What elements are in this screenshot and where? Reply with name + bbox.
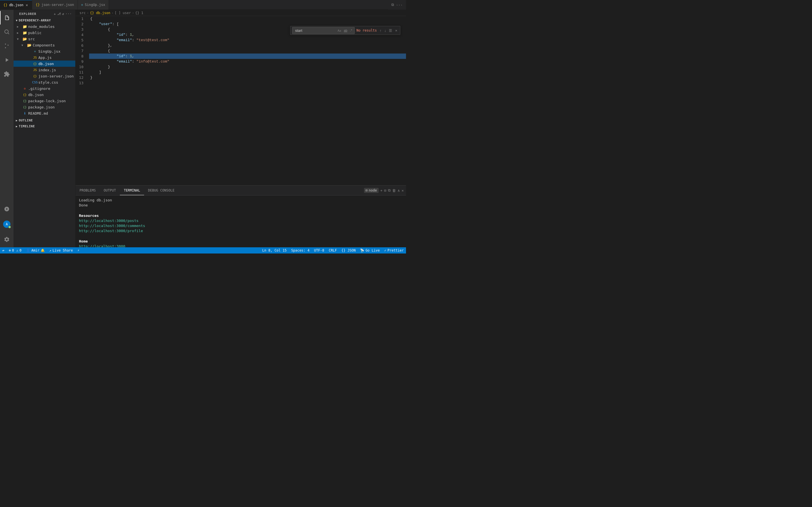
find-input[interactable] (294, 28, 336, 33)
breadcrumb-db-json[interactable]: {} db.json (90, 11, 110, 15)
more-actions-icon[interactable]: ··· (396, 3, 403, 7)
status-spaces[interactable]: Spaces: 4 (289, 247, 312, 253)
terminal-trash-icon[interactable]: 🗑 (392, 188, 396, 193)
breadcrumb-user[interactable]: [ ] user (114, 11, 131, 15)
activity-explorer[interactable] (0, 11, 13, 24)
activity-account[interactable]: A (0, 217, 13, 231)
find-next-btn[interactable]: ↓ (383, 28, 388, 33)
section-dependency-array[interactable]: ▼ DEPENDENCY-ARRAY (13, 17, 75, 23)
terminal-line-home: Home (79, 239, 403, 244)
tree-item-db-json[interactable]: {} db.json (13, 61, 75, 67)
status-golive[interactable]: 📡 Go Live (358, 247, 382, 253)
activity-extensions[interactable] (0, 67, 13, 81)
panel-tab-problems[interactable]: PROBLEMS (75, 186, 100, 195)
tree-item-index-js[interactable]: JS index.js (13, 67, 75, 73)
item-label: db.json (28, 93, 44, 97)
find-toggle-btn[interactable]: ☰ (388, 28, 393, 33)
tab-label: PROBLEMS (80, 188, 96, 192)
panel-tab-terminal[interactable]: TERMINAL (120, 186, 144, 195)
section-label: DEPENDENCY-ARRAY (19, 18, 51, 22)
refresh-icon[interactable]: ↺ (62, 12, 64, 16)
tree-item-app-js[interactable]: JS App.js (13, 54, 75, 61)
activity-source-control[interactable] (0, 39, 13, 53)
status-eol[interactable]: CRLF (326, 247, 339, 253)
tab-close-db-json[interactable]: × (25, 2, 29, 8)
find-widget: Aa ab .* No results ↑ ↓ ☰ × (290, 26, 400, 35)
terminal-split-icon[interactable]: ⧉ (388, 188, 391, 193)
tree-item-readme[interactable]: ℹ README.md (13, 110, 75, 116)
panel-tab-debug-console[interactable]: DEBUG CONSOLE (144, 186, 179, 195)
status-user[interactable]: 👤 Amir 🔔 (24, 247, 47, 253)
panel-close-btn[interactable]: × (402, 188, 404, 193)
tree-item-package-lock[interactable]: {} package-lock.json (13, 98, 75, 104)
tree-item-node-modules[interactable]: ▶ 📁 node_modules (13, 23, 75, 30)
terminal-node-icon: ⊡ (366, 188, 368, 192)
activity-run[interactable] (0, 53, 13, 67)
add-terminal-btn[interactable]: + (380, 188, 383, 193)
tab-singup-jsx[interactable]: ⚛ SingUp.jsx (78, 0, 109, 10)
sidebar-title-actions[interactable]: + ⎇ ↺ ··· (54, 12, 72, 16)
tree-item-package-json[interactable]: {} package.json (13, 104, 75, 110)
encoding-label: UTF-8 (314, 248, 324, 252)
activity-remote[interactable] (0, 202, 13, 216)
tab-label: db.json (9, 3, 23, 7)
tree-item-style-css[interactable]: CSS style.css (13, 79, 75, 86)
status-liveshare[interactable]: ↗ Live Share (47, 247, 75, 253)
activity-search[interactable] (0, 25, 13, 39)
status-position[interactable]: Ln 8, Col 15 (260, 247, 289, 253)
tab-json-server[interactable]: {} json-server.json (32, 0, 78, 10)
breadcrumb-1[interactable]: {} 1 (135, 11, 143, 15)
status-encoding[interactable]: UTF-8 (312, 247, 326, 253)
arrow-icon: ▶ (17, 31, 21, 34)
terminal-line-blank1 (79, 208, 403, 213)
spaces-label: Spaces: 4 (291, 248, 310, 252)
panel-tab-output[interactable]: OUTPUT (100, 186, 120, 195)
tree-item-components[interactable]: ▼ 📂 Components (13, 42, 75, 48)
activity-settings[interactable] (0, 233, 13, 246)
tree-item-gitignore[interactable]: ⊙ .gitignore (13, 86, 75, 92)
match-word-btn[interactable]: ab (343, 28, 349, 33)
panel-maximize-btn[interactable]: ∧ (398, 188, 400, 193)
status-remote[interactable]: ⇌ (0, 247, 6, 253)
status-language[interactable]: {} JSON (339, 247, 358, 253)
breadcrumb-src[interactable]: src (80, 11, 86, 15)
regex-btn[interactable]: .* (349, 28, 353, 33)
error-count: 0 (12, 248, 14, 252)
terminal-line-url2: http://localhost:3000/comments (79, 223, 403, 228)
tree-item-src[interactable]: ▼ 📂 src (13, 36, 75, 42)
match-case-btn[interactable]: Aa (336, 28, 342, 33)
find-close-btn[interactable]: × (394, 28, 398, 33)
activity-bar: A (0, 10, 13, 247)
tab-label: OUTPUT (104, 188, 116, 192)
terminal-content[interactable]: Loading db.json Done Resources http://lo… (75, 195, 406, 247)
tree-item-db-json-root[interactable]: {} db.json (13, 92, 75, 98)
breadcrumb-sep3: › (132, 11, 134, 15)
code-editor[interactable]: 12345 678910 111213 { "user": [ { "id": … (75, 16, 406, 185)
status-lightning[interactable]: ⚡ (75, 247, 82, 253)
section-timeline[interactable]: ▶ TIMELINE (13, 123, 75, 129)
md-icon: ℹ (22, 111, 27, 115)
tab-db-json[interactable]: {} db.json × (0, 0, 32, 10)
find-prev-btn[interactable]: ↑ (378, 28, 383, 33)
split-editor-icon[interactable]: ⧉ (391, 3, 394, 7)
tree-item-singup-jsx[interactable]: ⚛ SingUp.jsx (13, 48, 75, 54)
status-right: Ln 8, Col 15 Spaces: 4 UTF-8 CRLF {} JSO… (260, 247, 406, 253)
split-terminal-btn[interactable]: ⊟ (384, 188, 387, 193)
json-icon: {} (33, 61, 37, 66)
more-icon[interactable]: ··· (65, 12, 72, 16)
folder-icon: 📁 (22, 31, 27, 35)
code-line-1: { (89, 16, 406, 21)
find-actions: ↑ ↓ ☰ × (378, 28, 398, 33)
section-outline[interactable]: ▶ OUTLINE (13, 117, 75, 123)
warning-count: 0 (19, 248, 21, 252)
golive-icon: 📡 (360, 248, 364, 252)
tree-item-json-server[interactable]: {} json-server.json (13, 73, 75, 79)
new-folder-icon[interactable]: ⎇ (57, 12, 61, 16)
status-errors[interactable]: ⊗ 0 ⚠ 0 (6, 247, 24, 253)
json-icon2: {} (33, 74, 37, 78)
item-label: package.json (28, 105, 55, 109)
status-prettier[interactable]: ✓ Prettier (382, 247, 406, 253)
new-file-icon[interactable]: + (54, 12, 56, 16)
notification-icon: 🔔 (41, 248, 45, 252)
tree-item-public[interactable]: ▶ 📁 public (13, 30, 75, 36)
